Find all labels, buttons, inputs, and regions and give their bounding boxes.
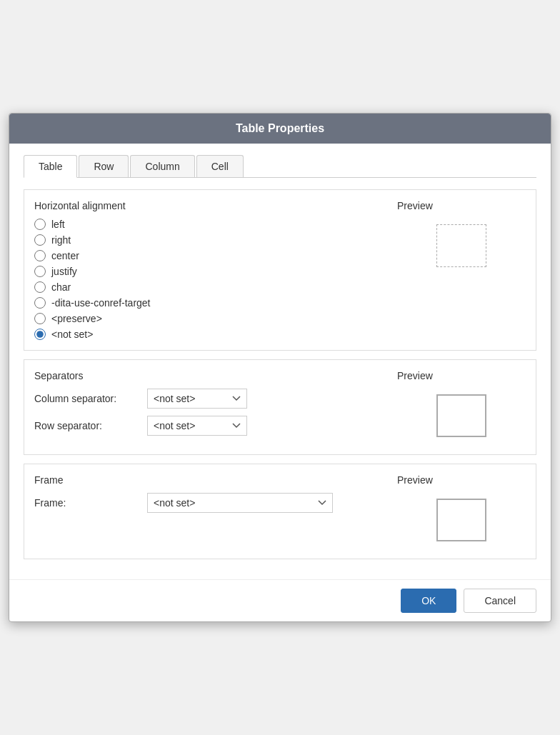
tab-cell[interactable]: Cell <box>196 155 244 177</box>
frame-preview-label: Preview <box>397 474 526 486</box>
frame-preview-box <box>397 491 526 549</box>
separators-preview: Preview <box>397 370 526 444</box>
frame-row: Frame: <not set> all bottom none sides t… <box>34 493 386 513</box>
horizontal-alignment-preview-label: Preview <box>397 200 526 211</box>
column-separator-row: Column separator: <not set> 0 1 <box>34 389 386 409</box>
ok-button[interactable]: OK <box>401 589 456 613</box>
horizontal-alignment-title: Horizontal alignment <box>34 200 386 211</box>
radio-dita[interactable]: -dita-use-conref-target <box>34 297 386 309</box>
radio-left-input[interactable] <box>34 219 46 230</box>
radio-justify[interactable]: justify <box>34 266 386 277</box>
dialog-body: Table Row Column Cell Horizontal alignme… <box>9 144 551 579</box>
radio-justify-label: justify <box>51 266 77 277</box>
radio-not-set[interactable]: <not set> <box>34 329 386 340</box>
radio-center-label: center <box>51 250 79 261</box>
horizontal-alignment-preview-box <box>397 217 526 274</box>
radio-right[interactable]: right <box>34 234 386 246</box>
radio-preserve-label: <preserve> <box>51 313 102 324</box>
horizontal-alignment-preview: Preview <box>397 200 526 340</box>
separators-title: Separators <box>34 370 386 381</box>
row-separator-select[interactable]: <not set> 0 1 <box>147 416 247 436</box>
radio-preserve[interactable]: <preserve> <box>34 313 386 324</box>
frame-section: Frame Frame: <not set> all bottom none s… <box>24 464 536 559</box>
radio-right-input[interactable] <box>34 234 46 246</box>
radio-char-label: char <box>51 281 71 293</box>
radio-not-set-label: <not set> <box>51 329 93 340</box>
separators-left: Separators Column separator: <not set> 0… <box>34 370 386 444</box>
radio-not-set-input[interactable] <box>34 329 46 340</box>
frame-label: Frame: <box>34 497 141 509</box>
frame-select[interactable]: <not set> all bottom none sides top topb… <box>147 493 333 513</box>
frame-preview: Preview <box>397 474 526 549</box>
tab-column[interactable]: Column <box>130 155 194 177</box>
radio-right-label: right <box>51 234 71 246</box>
frame-preview-inner <box>436 499 486 541</box>
cancel-button[interactable]: Cancel <box>464 589 536 613</box>
radio-center[interactable]: center <box>34 250 386 261</box>
radio-preserve-input[interactable] <box>34 313 46 324</box>
radio-left-label: left <box>51 219 65 230</box>
table-properties-dialog: Table Properties Table Row Column Cell H… <box>9 113 551 622</box>
frame-left: Frame Frame: <not set> all bottom none s… <box>34 474 386 549</box>
separators-preview-box <box>397 387 526 444</box>
radio-left[interactable]: left <box>34 219 386 230</box>
separators-preview-label: Preview <box>397 370 526 381</box>
horizontal-alignment-section: Horizontal alignment left right center <box>24 189 536 351</box>
row-separator-row: Row separator: <not set> 0 1 <box>34 416 386 436</box>
radio-char[interactable]: char <box>34 281 386 293</box>
separators-preview-inner <box>436 394 486 437</box>
tabs: Table Row Column Cell <box>24 155 536 178</box>
tab-table[interactable]: Table <box>24 155 77 178</box>
row-separator-label: Row separator: <box>34 420 141 431</box>
column-separator-label: Column separator: <box>34 393 141 404</box>
horizontal-alignment-left: Horizontal alignment left right center <box>34 200 386 340</box>
frame-title: Frame <box>34 474 386 486</box>
tab-row[interactable]: Row <box>79 155 129 177</box>
horizontal-alignment-preview-inner <box>436 224 486 267</box>
radio-dita-label: -dita-use-conref-target <box>51 297 151 309</box>
column-separator-select[interactable]: <not set> 0 1 <box>147 389 247 409</box>
radio-char-input[interactable] <box>34 281 46 293</box>
separators-section: Separators Column separator: <not set> 0… <box>24 359 536 455</box>
dialog-title: Table Properties <box>9 114 551 144</box>
dialog-footer: OK Cancel <box>9 579 551 621</box>
radio-justify-input[interactable] <box>34 266 46 277</box>
radio-center-input[interactable] <box>34 250 46 261</box>
horizontal-alignment-options: left right center justify <box>34 219 386 340</box>
radio-dita-input[interactable] <box>34 297 46 309</box>
